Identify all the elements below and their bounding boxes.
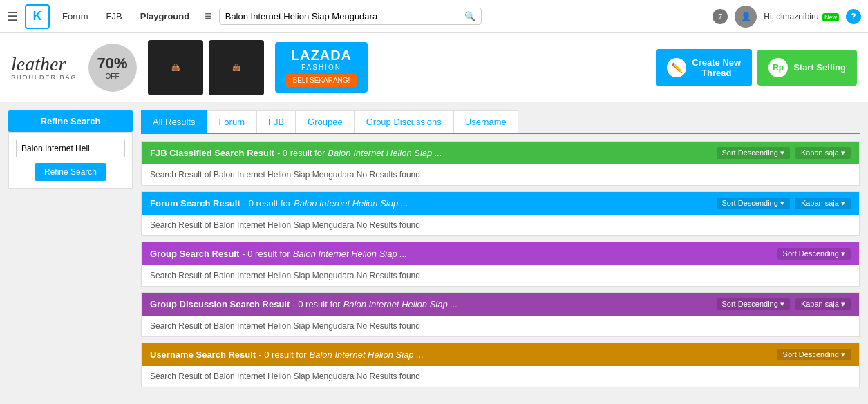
sidebar-search-input[interactable] bbox=[16, 140, 125, 157]
lazada-button[interactable]: BELI SEKARANG! bbox=[286, 74, 357, 87]
result-title-fjb: FJB Classified Search Result bbox=[150, 148, 274, 158]
kapan-button-group-discussion[interactable]: Kapan saja ▾ bbox=[795, 298, 851, 310]
search-input[interactable] bbox=[225, 11, 464, 21]
result-count-fjb: - 0 result for bbox=[277, 148, 325, 158]
result-header-group: Group Search Result - 0 result for Balon… bbox=[142, 242, 859, 265]
result-query-group: Balon Internet Helion Siap ... bbox=[293, 249, 408, 259]
sort-button-group[interactable]: Sort Descending ▾ bbox=[777, 248, 851, 260]
sort-button-username[interactable]: Sort Descending ▾ bbox=[777, 349, 851, 360]
result-header-right-username: Sort Descending ▾ bbox=[777, 349, 851, 360]
leather-text: leather bbox=[11, 55, 77, 74]
rp-icon: Rp bbox=[768, 58, 788, 77]
tab-group-discussions[interactable]: Group Discussions bbox=[355, 110, 453, 133]
hamburger-icon[interactable]: ☰ bbox=[7, 9, 18, 24]
refine-search-button[interactable]: Refine Search bbox=[35, 163, 106, 181]
leather-branding: leather SHOULDER BAG bbox=[11, 55, 77, 81]
result-header-right-fjb: Sort Descending ▾Kapan saja ▾ bbox=[717, 147, 851, 159]
refine-search-header: Refine Search bbox=[8, 110, 133, 132]
discount-pct: 70% bbox=[97, 55, 128, 73]
start-selling-label: Start Selling bbox=[793, 62, 846, 73]
start-selling-button[interactable]: Rp Start Selling bbox=[757, 50, 857, 86]
result-count-group-discussion: - 0 result for bbox=[292, 299, 340, 309]
result-body-group: Search Result of Balon Internet Helion S… bbox=[142, 265, 859, 286]
result-body-forum: Search Result of Balon Internet Helion S… bbox=[142, 215, 859, 235]
discount-circle: 70% OFF bbox=[88, 44, 137, 92]
result-section-username: Username Search Result - 0 result for Ba… bbox=[141, 343, 860, 387]
sort-button-group-discussion[interactable]: Sort Descending ▾ bbox=[717, 298, 790, 310]
tab-groupee[interactable]: Groupee bbox=[296, 110, 355, 133]
sort-button-forum[interactable]: Sort Descending ▾ bbox=[717, 198, 790, 209]
create-thread-button[interactable]: ✏️ Create NewThread bbox=[656, 49, 752, 86]
result-query-username: Balon Internet Helion Siap ... bbox=[310, 349, 424, 360]
bag-image-2: 👜 bbox=[209, 40, 264, 95]
sidebar-body: Refine Search bbox=[8, 132, 133, 189]
help-icon[interactable]: ? bbox=[846, 9, 861, 24]
thread-icon: ✏️ bbox=[667, 58, 686, 77]
result-body-fjb: Search Result of Balon Internet Helion S… bbox=[142, 164, 859, 185]
result-header-username: Username Search Result - 0 result for Ba… bbox=[142, 343, 859, 366]
kapan-button-forum[interactable]: Kapan saja ▾ bbox=[795, 198, 851, 209]
logo[interactable]: K bbox=[25, 4, 50, 29]
result-header-forum: Forum Search Result - 0 result for Balon… bbox=[142, 192, 859, 215]
nav-fjb[interactable]: FJB bbox=[101, 11, 128, 21]
lazada-fashion: FASHION bbox=[301, 64, 341, 71]
result-count-group: - 0 result for bbox=[242, 249, 290, 259]
result-title-group-discussion: Group Discussion Search Result bbox=[150, 299, 290, 309]
ad-left: leather SHOULDER BAG 70% OFF 👜 👜 LAZADA … bbox=[11, 40, 368, 95]
tab-fjb[interactable]: FJB bbox=[256, 110, 296, 133]
ad-right-buttons: ✏️ Create NewThread Rp Start Selling bbox=[656, 49, 857, 86]
tab-all-results[interactable]: All Results bbox=[141, 110, 207, 133]
navbar: ☰ K Forum FJB Playground ≡ 🔍 7 👤 Hi, dim… bbox=[0, 0, 868, 33]
result-count-forum: - 0 result for bbox=[243, 198, 291, 209]
lazada-title: LAZADA bbox=[291, 48, 352, 64]
ad-banner: leather SHOULDER BAG 70% OFF 👜 👜 LAZADA … bbox=[0, 33, 868, 102]
user-greeting[interactable]: Hi, dimaznibiru New bbox=[764, 12, 839, 21]
nav-forum[interactable]: Forum bbox=[57, 11, 94, 21]
shoulder-bag-text: SHOULDER BAG bbox=[11, 74, 77, 81]
result-title-forum: Forum Search Result bbox=[150, 198, 240, 209]
lazada-box[interactable]: LAZADA FASHION BELI SEKARANG! bbox=[275, 42, 368, 93]
kapan-button-fjb[interactable]: Kapan saja ▾ bbox=[795, 147, 851, 159]
result-body-group-discussion: Search Result of Balon Internet Helion S… bbox=[142, 316, 859, 336]
result-section-forum: Forum Search Result - 0 result for Balon… bbox=[141, 191, 860, 236]
sort-button-fjb[interactable]: Sort Descending ▾ bbox=[717, 147, 790, 159]
result-header-fjb: FJB Classified Search Result - 0 result … bbox=[142, 142, 859, 164]
new-badge: New bbox=[822, 13, 839, 21]
main-content: All Results Forum FJB Groupee Group Disc… bbox=[141, 110, 860, 393]
search-bar: 🔍 bbox=[219, 8, 482, 25]
result-header-right-group-discussion: Sort Descending ▾Kapan saja ▾ bbox=[717, 298, 851, 310]
result-title-username: Username Search Result bbox=[150, 349, 256, 360]
results-container: FJB Classified Search Result - 0 result … bbox=[141, 141, 860, 387]
result-section-group: Group Search Result - 0 result for Balon… bbox=[141, 242, 860, 287]
result-section-fjb: FJB Classified Search Result - 0 result … bbox=[141, 141, 860, 186]
nav-menu-icon[interactable]: ≡ bbox=[205, 9, 212, 23]
result-query-fjb: Balon Internet Helion Siap ... bbox=[328, 148, 442, 158]
tabs: All Results Forum FJB Groupee Group Disc… bbox=[141, 110, 860, 134]
result-count-username: - 0 result for bbox=[258, 349, 306, 360]
avatar: 👤 bbox=[735, 6, 757, 28]
notification-badge[interactable]: 7 bbox=[713, 9, 728, 24]
bag-image-1: 👜 bbox=[148, 40, 203, 95]
result-query-group-discussion: Balon Internet Helion Siap ... bbox=[343, 299, 458, 309]
result-section-group-discussion: Group Discussion Search Result - 0 resul… bbox=[141, 292, 860, 337]
create-thread-label: Create NewThread bbox=[692, 57, 741, 78]
result-header-group-discussion: Group Discussion Search Result - 0 resul… bbox=[142, 293, 859, 316]
result-query-forum: Balon Internet Helion Siap ... bbox=[294, 198, 408, 209]
discount-off: OFF bbox=[106, 73, 120, 80]
tab-username[interactable]: Username bbox=[453, 110, 518, 133]
search-icon[interactable]: 🔍 bbox=[464, 11, 475, 21]
result-body-username: Search Result of Balon Internet Helion S… bbox=[142, 366, 859, 387]
sidebar: Refine Search Refine Search bbox=[8, 110, 133, 393]
result-header-right-forum: Sort Descending ▾Kapan saja ▾ bbox=[717, 198, 851, 209]
bag-images: 👜 👜 bbox=[148, 40, 264, 95]
nav-playground[interactable]: Playground bbox=[135, 11, 196, 21]
navbar-right: 7 👤 Hi, dimaznibiru New ? bbox=[713, 6, 861, 28]
content-wrapper: Refine Search Refine Search All Results … bbox=[0, 102, 868, 401]
tab-forum[interactable]: Forum bbox=[207, 110, 256, 133]
result-title-group: Group Search Result bbox=[150, 249, 239, 259]
result-header-right-group: Sort Descending ▾ bbox=[777, 248, 851, 260]
